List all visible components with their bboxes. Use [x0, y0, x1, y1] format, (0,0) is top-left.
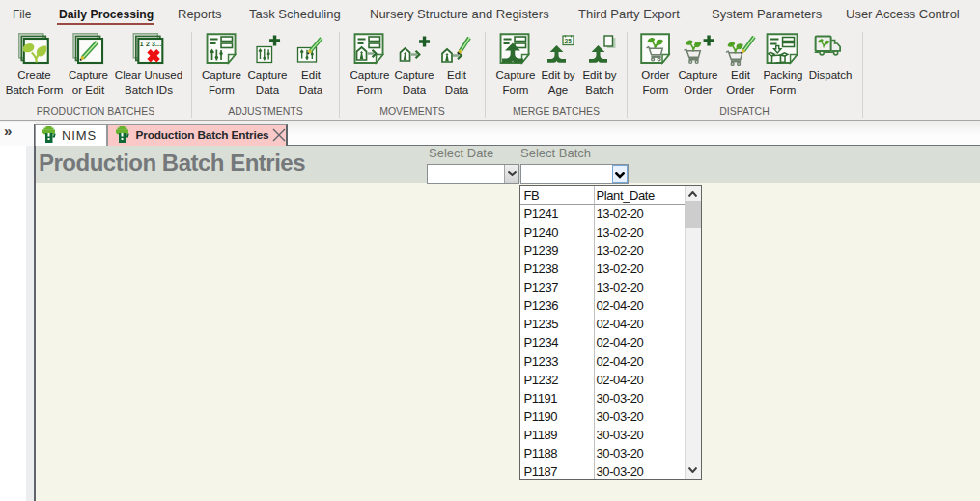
svg-text:25: 25 — [565, 38, 573, 44]
svg-text:1 2 3...: 1 2 3... — [140, 41, 161, 47]
